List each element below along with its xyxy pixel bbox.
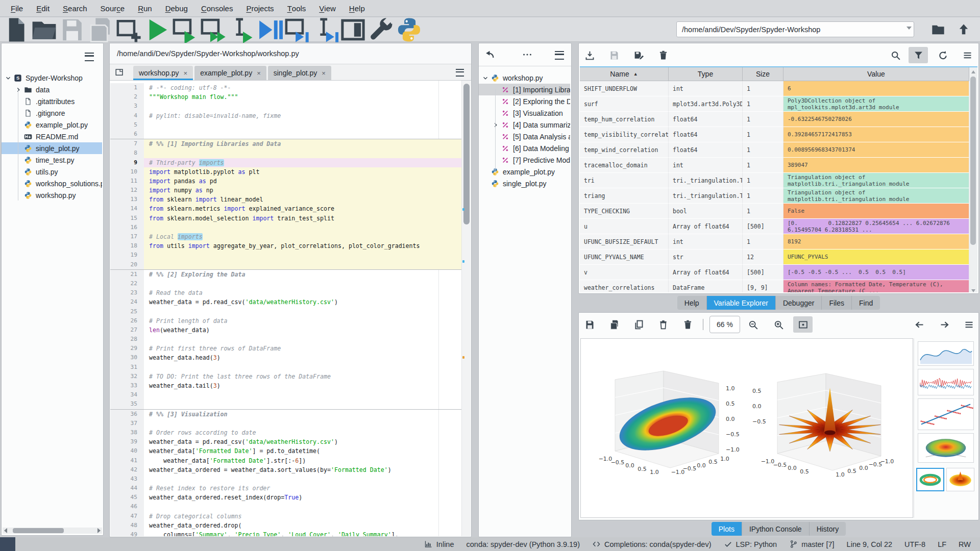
editor-tab-single_plot-py[interactable]: single_plot.py×: [268, 66, 331, 80]
debug-file-button[interactable]: [255, 19, 283, 40]
preferences-button[interactable]: [367, 19, 395, 40]
save-all-plots-button[interactable]: [604, 316, 624, 333]
scrollbar-thumb[interactable]: [463, 84, 470, 224]
cell-type[interactable]: int: [669, 234, 743, 249]
tree-item--3-visualization[interactable]: [3] Visualization: [479, 107, 570, 119]
variable-explorer-options-button[interactable]: [958, 47, 977, 63]
menu-tools[interactable]: Tools: [281, 0, 313, 16]
cell-type[interactable]: DataFrame: [669, 280, 743, 292]
run-cell-button[interactable]: [170, 19, 199, 40]
debug-selection-button[interactable]: [311, 19, 339, 40]
menu-view[interactable]: View: [312, 0, 342, 16]
close-tab-icon[interactable]: ×: [184, 69, 188, 77]
tree-item--5-data-analysis-an[interactable]: [5] Data Analysis an: [479, 131, 570, 142]
menu-consoles[interactable]: Consoles: [194, 0, 240, 16]
cell-size[interactable]: 1: [743, 234, 783, 249]
cell-type[interactable]: int: [669, 158, 743, 173]
combobox-dropdown-icon[interactable]: [906, 27, 912, 30]
cell-value[interactable]: Triangulation object of matplotlib.tri._…: [783, 173, 969, 188]
new-file-button[interactable]: [2, 19, 30, 40]
working-directory-combobox[interactable]: /home/andi/Dev/Spyder/Spyder-Workshop: [676, 21, 914, 37]
cell-value[interactable]: Column names: Formatted Date, Temperatur…: [783, 280, 969, 292]
chevron-down-icon[interactable]: [482, 74, 489, 82]
close-tab-icon[interactable]: ×: [257, 69, 261, 77]
menu-debug[interactable]: Debug: [159, 0, 194, 16]
file-explorer-options-icon[interactable]: [85, 53, 94, 61]
menu-search[interactable]: Search: [56, 0, 94, 16]
cell-type[interactable]: bool: [669, 204, 743, 219]
thumbnail-orange-surface[interactable]: [946, 468, 974, 491]
tree-item-workshop-py[interactable]: workshop.py: [479, 72, 570, 84]
cell-size[interactable]: 1: [743, 142, 783, 158]
open-file-button[interactable]: [30, 19, 58, 40]
tree-item--gitattributes[interactable]: .gitattributes: [2, 95, 102, 107]
remove-plot-button[interactable]: [653, 316, 673, 333]
zoom-out-button[interactable]: [743, 316, 763, 333]
menu-run[interactable]: Run: [131, 0, 159, 16]
fit-plot-to-window-button[interactable]: [793, 316, 813, 333]
maximize-pane-button[interactable]: [339, 19, 367, 40]
menu-edit[interactable]: Edit: [30, 0, 56, 16]
scrollbar-thumb[interactable]: [13, 528, 64, 533]
run-file-button[interactable]: [142, 19, 170, 40]
cell-type[interactable]: float64: [669, 112, 743, 127]
debug-cell-button[interactable]: [283, 19, 311, 40]
editor-vertical-scrollbar[interactable]: [461, 81, 471, 536]
cell-size[interactable]: 1: [743, 158, 783, 173]
cell-type[interactable]: tri._triangulation.Tri…: [669, 188, 743, 204]
copy-plot-button[interactable]: [629, 316, 648, 333]
tree-item--2-exploring-the-da[interactable]: [2] Exploring the Da: [479, 95, 570, 107]
tree-item-utils-py[interactable]: utils.py: [2, 166, 102, 178]
cell-name[interactable]: temp_visibility_correlation: [580, 127, 669, 142]
cell-value[interactable]: -0.6322546750278026: [783, 112, 969, 127]
cell-name[interactable]: v: [580, 265, 669, 280]
remove-all-plots-button[interactable]: [678, 316, 697, 333]
pythonpath-manager-button[interactable]: [395, 19, 423, 40]
editor-options-button[interactable]: [456, 69, 464, 79]
cell-value[interactable]: 0.39284657172417853: [783, 127, 969, 142]
scroll-down-icon[interactable]: [971, 289, 975, 292]
refresh-variables-button[interactable]: [933, 47, 952, 63]
cell-size[interactable]: 1: [743, 96, 783, 112]
parent-directory-button[interactable]: [957, 22, 971, 37]
tab-ipython-console[interactable]: IPython Console: [742, 522, 810, 536]
run-cell-and-advance-button[interactable]: [199, 19, 227, 40]
tab-plots[interactable]: Plots: [712, 522, 742, 536]
tree-item-example-plot-py[interactable]: example_plot.py: [479, 166, 570, 178]
cell-size[interactable]: 1: [743, 204, 783, 219]
scroll-up-icon[interactable]: [971, 70, 975, 73]
tree-item-time-test-py[interactable]: time_test.py: [2, 154, 102, 166]
tree-item--gitignore[interactable]: .gitignore: [2, 107, 102, 119]
tree-item--4-data-summarizat[interactable]: [4] Data summarizat: [479, 119, 570, 131]
filter-variables-button[interactable]: [909, 47, 928, 63]
tab-debugger[interactable]: Debugger: [776, 296, 822, 310]
cell-value[interactable]: [0. 0.12822827 0.25645654 ... 6.02672876…: [783, 219, 969, 234]
cell-type[interactable]: Array of float64: [669, 219, 743, 234]
close-tab-icon[interactable]: ×: [322, 69, 326, 77]
code-editor-area[interactable]: 1# -*- coding: utf-8 -*-2"""Workshop mai…: [110, 81, 471, 536]
outline-options-icon[interactable]: [555, 51, 564, 60]
browse-working-directory-button[interactable]: [931, 22, 945, 37]
run-selection-button[interactable]: [227, 19, 255, 40]
menu-projects[interactable]: Projects: [239, 0, 280, 16]
tree-item-spyder-workshop[interactable]: SSpyder-Workshop: [2, 72, 102, 84]
cell-value[interactable]: Triangulation object of matplotlib.tri._…: [783, 188, 969, 204]
menu-help[interactable]: Help: [342, 0, 372, 16]
menu-file[interactable]: File: [4, 0, 30, 16]
tree-item-single-plot-py[interactable]: single_plot.py: [479, 178, 570, 189]
next-plot-button[interactable]: [935, 316, 954, 333]
cell-value[interactable]: UFUNC_PYVALS: [783, 249, 969, 265]
remove-all-variables-button[interactable]: [653, 47, 673, 63]
cell-size[interactable]: [9, 9]: [743, 280, 783, 292]
tree-item-workshop-py[interactable]: workshop.py: [2, 189, 102, 201]
cell-size[interactable]: [500]: [743, 219, 783, 234]
cell-size[interactable]: 1: [743, 127, 783, 142]
cell-value[interactable]: Poly3DCollection object of mpl_toolkits.…: [783, 96, 969, 112]
cell-size[interactable]: 1: [743, 112, 783, 127]
tree-item--7-predictive-model[interactable]: [7] Predictive Model: [479, 154, 570, 166]
plot-zoom-spinbox[interactable]: 66 %: [709, 316, 740, 333]
plots-options-button[interactable]: [959, 316, 978, 333]
thumbnail-scatter-regression[interactable]: [918, 398, 974, 430]
new-cell-button[interactable]: [114, 19, 142, 40]
tree-item-workshop-solutions-p[interactable]: workshop_solutions.p: [2, 178, 102, 189]
